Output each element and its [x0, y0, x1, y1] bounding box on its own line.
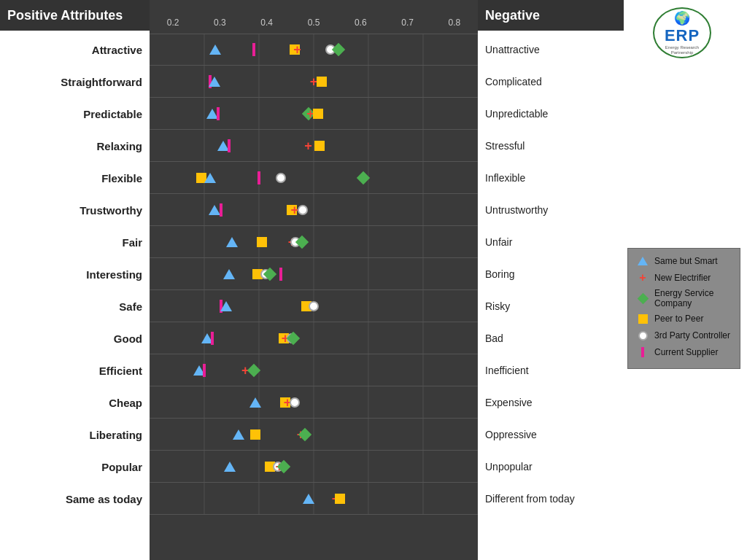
data-marker — [252, 43, 255, 56]
left-row-label: Straightforward — [0, 66, 150, 98]
axis-label: 0.5 — [290, 18, 337, 28]
data-marker — [220, 301, 232, 311]
left-row-label: Same as today — [0, 483, 150, 515]
right-row-label: Risky — [478, 290, 624, 322]
legend-label: 3rd Party Controller — [654, 330, 730, 341]
data-marker — [203, 364, 206, 377]
data-marker — [224, 462, 236, 472]
axis-label: 0.6 — [337, 18, 384, 28]
right-row-label: Inefficient — [478, 354, 624, 386]
chart-row: + — [150, 322, 478, 354]
chart-row: + — [150, 354, 478, 386]
right-row-label: Unattractive — [478, 34, 624, 66]
left-row-label: Interesting — [0, 258, 150, 290]
chart-row: + — [150, 130, 478, 162]
erp-text: ERP — [665, 26, 700, 45]
right-row-label: Bad — [478, 322, 624, 354]
left-labels-panel: Positive Attributes AttractiveStraightfo… — [0, 0, 150, 560]
legend-item: +New Electrifier — [635, 271, 732, 284]
legend-item: Current Supplier — [635, 346, 732, 359]
legend-marker-icon — [635, 312, 650, 325]
legend-label: Energy Service Company — [654, 288, 732, 308]
right-row-label: Inflexible — [478, 162, 624, 194]
chart-row: + — [150, 419, 478, 451]
chart-row: + — [150, 34, 478, 66]
right-row-label: Unpredictable — [478, 98, 624, 130]
legend-marker-icon: + — [635, 271, 650, 284]
legend-item: 3rd Party Controller — [635, 329, 732, 342]
erp-circle: 🌍 ERP Energy ResearchPartnership — [653, 7, 711, 58]
legend-marker-icon — [635, 254, 650, 268]
data-marker — [204, 173, 216, 183]
data-marker — [290, 397, 300, 408]
data-marker — [335, 494, 345, 504]
legend-marker-icon — [635, 346, 650, 359]
legend-label: New Electrifier — [654, 273, 711, 283]
negative-header-text: Negative — [485, 8, 540, 23]
right-row-label: Stressful — [478, 130, 624, 162]
legend-label: Peer to Peer — [654, 314, 703, 324]
legend-label: Same but Smart — [654, 256, 718, 266]
chart-rows-container: ++++++++++++ — [150, 31, 478, 560]
right-row-label: Boring — [478, 258, 624, 290]
left-row-label: Relaxing — [0, 130, 150, 162]
left-row-label: Attractive — [0, 34, 150, 66]
data-marker — [220, 203, 222, 217]
legend-item: Energy Service Company — [635, 288, 732, 308]
axis-label: 0.2 — [150, 18, 196, 28]
axis-label: 0.4 — [244, 18, 290, 28]
right-row-label: Untrustworthy — [478, 194, 624, 226]
chart-row: + — [150, 226, 478, 258]
legend-marker-icon — [635, 292, 650, 305]
data-marker — [309, 301, 319, 311]
data-marker — [303, 494, 314, 504]
data-marker — [226, 237, 238, 247]
erp-tagline: Energy ResearchPartnership — [662, 45, 702, 55]
left-label-list: AttractiveStraightforwardPredictableRela… — [0, 31, 150, 515]
data-marker — [209, 77, 220, 87]
chart-area: 0.20.30.40.50.60.70.8 ++++++++++++ — [150, 0, 478, 560]
right-labels-panel: Negative UnattractiveComplicatedUnpredic… — [478, 0, 624, 560]
data-marker — [223, 269, 235, 279]
data-marker — [257, 237, 267, 247]
left-row-label: Flexible — [0, 162, 150, 194]
erp-logo: 🌍 ERP Energy ResearchPartnership — [646, 7, 719, 58]
data-marker — [314, 141, 325, 151]
positive-header: Positive Attributes — [0, 0, 150, 31]
left-row-label: Efficient — [0, 354, 150, 386]
legend-box: Same but Smart+New ElectrifierEnergy Ser… — [627, 248, 740, 369]
data-marker — [233, 429, 244, 440]
left-row-label: Trustworthy — [0, 194, 150, 226]
data-marker — [250, 429, 260, 440]
legend-label: Current Supplier — [654, 347, 718, 357]
left-row-label: Fair — [0, 226, 150, 258]
data-marker — [258, 171, 260, 184]
data-marker: + — [293, 43, 301, 57]
data-marker — [332, 43, 345, 56]
chart-row: + — [150, 451, 478, 483]
axis-label: 0.8 — [431, 18, 478, 28]
data-marker — [317, 77, 327, 87]
data-marker — [217, 107, 220, 120]
legend-marker-icon — [635, 329, 650, 342]
right-row-label: Expensive — [478, 386, 624, 419]
chart-row: + — [150, 386, 478, 419]
chart-row — [150, 162, 478, 194]
left-row-label: Cheap — [0, 386, 150, 419]
axis-label: 0.7 — [384, 18, 430, 28]
right-row-label: Unpopular — [478, 451, 624, 483]
data-marker: + — [304, 139, 312, 152]
data-marker — [313, 109, 323, 119]
data-marker — [209, 44, 221, 55]
left-row-label: Predictable — [0, 98, 150, 130]
data-marker — [228, 139, 231, 152]
legend-item: Same but Smart — [635, 254, 732, 268]
right-label-list: UnattractiveComplicatedUnpredictableStre… — [478, 31, 624, 515]
chart-row: + — [150, 66, 478, 98]
data-marker — [298, 205, 308, 215]
right-row-label: Unfair — [478, 226, 624, 258]
negative-header: Negative — [478, 0, 624, 31]
left-row-label: Safe — [0, 290, 150, 322]
chart-row: + — [150, 194, 478, 226]
axis-label: 0.3 — [196, 18, 243, 28]
